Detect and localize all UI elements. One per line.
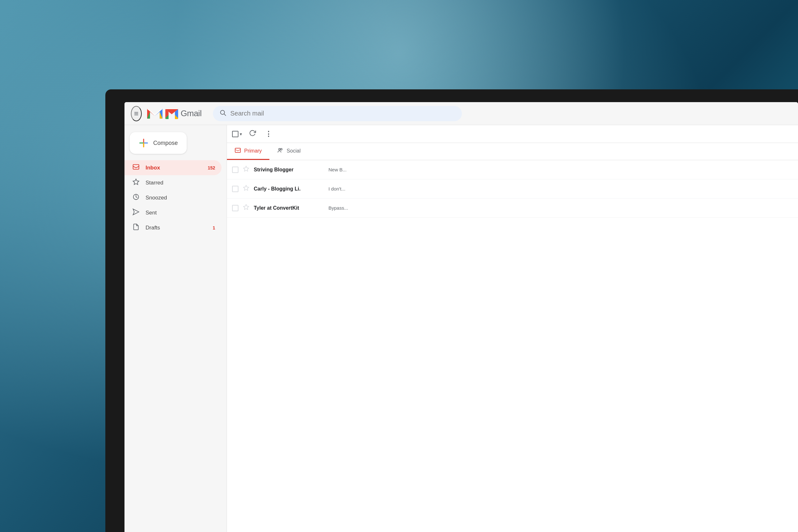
email-sender: Striving Blogger <box>254 167 324 173</box>
email-sender: Tyler at ConvertKit <box>254 205 324 211</box>
vertical-dots-icon: ⋮ <box>265 130 272 138</box>
gmail-header: ≡ <box>125 102 798 125</box>
svg-marker-20 <box>244 185 249 191</box>
star-icon[interactable] <box>243 185 249 193</box>
primary-tab-label: Primary <box>244 148 262 154</box>
starred-label: Starred <box>146 180 164 186</box>
gmail-body: Compose Inbox 152 Starred <box>125 125 798 532</box>
svg-point-17 <box>279 148 280 150</box>
email-row[interactable]: Tyler at ConvertKit Bypass... <box>227 198 798 217</box>
chevron-down-icon[interactable]: ▾ <box>240 132 242 137</box>
star-icon[interactable] <box>243 166 249 174</box>
sent-icon <box>132 208 140 217</box>
sidebar-item-starred[interactable]: Starred <box>125 175 222 190</box>
tab-social[interactable]: Social <box>269 143 308 160</box>
sidebar-item-snoozed[interactable]: Snoozed <box>125 190 222 205</box>
svg-marker-15 <box>133 209 139 215</box>
email-row[interactable]: Striving Blogger New B... <box>227 160 798 179</box>
sent-label: Sent <box>146 210 157 216</box>
menu-button[interactable]: ≡ <box>131 106 142 121</box>
snoozed-icon <box>132 193 140 202</box>
svg-marker-19 <box>244 166 249 171</box>
primary-tab-icon <box>234 147 241 155</box>
tab-primary[interactable]: Primary <box>227 143 269 160</box>
laptop-screen: ≡ <box>125 102 798 532</box>
email-checkbox[interactable] <box>232 186 239 192</box>
snoozed-label: Snoozed <box>146 195 167 201</box>
svg-line-7 <box>224 114 226 116</box>
checkbox-square <box>232 131 239 137</box>
gmail-app: ≡ <box>125 102 798 532</box>
compose-button[interactable]: Compose <box>130 132 187 154</box>
sidebar-item-sent[interactable]: Sent <box>125 205 222 220</box>
email-row[interactable]: Carly - Blogging Li. I don't... <box>227 179 798 198</box>
compose-plus-icon <box>138 138 149 148</box>
sidebar-item-inbox[interactable]: Inbox 152 <box>125 160 222 175</box>
social-tab-icon <box>277 147 283 155</box>
social-tab-label: Social <box>287 148 301 154</box>
inbox-icon <box>132 164 140 172</box>
search-input[interactable]: Search mail <box>230 110 456 117</box>
email-toolbar: ▾ ⋮ <box>227 125 798 143</box>
svg-marker-13 <box>133 179 139 185</box>
inbox-badge: 152 <box>208 165 215 170</box>
sidebar-item-drafts[interactable]: Drafts 1 <box>125 220 222 235</box>
email-tabs: Primary Social <box>227 143 798 160</box>
gmail-logo-svg <box>165 108 179 119</box>
inbox-label: Inbox <box>146 165 160 171</box>
email-area: ▾ ⋮ Primary <box>227 125 798 532</box>
search-icon <box>219 109 226 118</box>
more-options-button[interactable]: ⋮ <box>263 128 274 140</box>
email-preview: Bypass... <box>328 205 793 211</box>
gmail-m-icon <box>147 107 163 120</box>
refresh-button[interactable] <box>247 128 258 140</box>
email-checkbox[interactable] <box>232 205 239 211</box>
star-icon[interactable] <box>243 204 249 212</box>
email-sender: Carly - Blogging Li. <box>254 186 324 192</box>
compose-label: Compose <box>153 140 178 147</box>
email-preview: I don't... <box>328 186 793 191</box>
email-checkbox[interactable] <box>232 167 239 173</box>
drafts-badge: 1 <box>213 225 215 230</box>
drafts-icon <box>132 223 140 232</box>
email-preview: New B... <box>328 167 793 172</box>
svg-rect-16 <box>235 148 241 152</box>
sidebar: Compose Inbox 152 Starred <box>125 125 227 532</box>
svg-marker-21 <box>244 205 249 210</box>
svg-point-18 <box>281 148 282 150</box>
email-list: Striving Blogger New B... Carly - Bloggi… <box>227 160 798 532</box>
gmail-title: Gmail <box>180 109 202 118</box>
gmail-logo: Gmail <box>147 107 202 120</box>
select-all-checkbox[interactable]: ▾ <box>232 131 242 137</box>
starred-icon <box>132 178 140 187</box>
search-bar[interactable]: Search mail <box>213 106 462 121</box>
drafts-label: Drafts <box>146 225 160 231</box>
